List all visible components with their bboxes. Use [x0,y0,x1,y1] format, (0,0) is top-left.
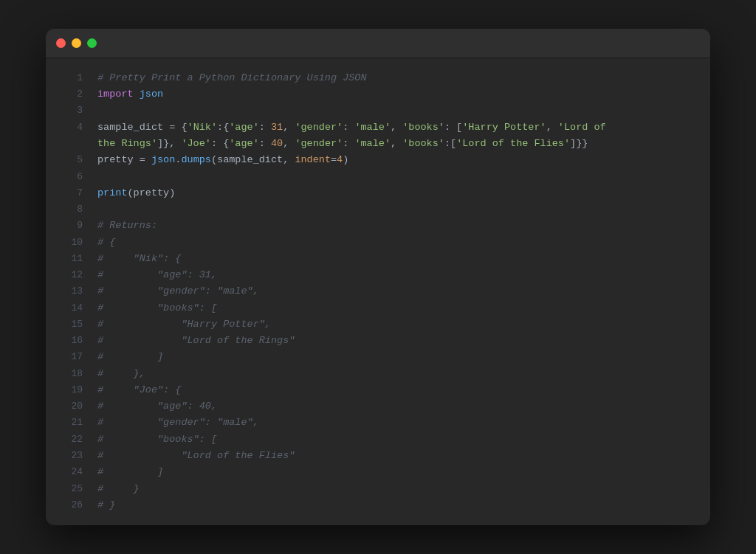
line-3-content [97,103,695,119]
close-button[interactable] [56,38,66,48]
line-23: 23 # "Lord of the Flies" [46,448,710,464]
line-19: 19 # "Joe": { [46,382,710,398]
line-24: 24 # ] [46,464,710,480]
line-17: 17 # ] [46,349,710,365]
line-2-content: import json [97,86,695,103]
line-3: 3 [46,103,710,119]
line-11: 11 # "Nik": { [46,251,710,267]
line-6: 6 [46,169,710,185]
line-13: 13 # "gender": "male", [46,283,710,299]
line-16: 16 # "Lord of the Rings" [46,333,710,349]
line-18: 18 # }, [46,366,710,382]
line-12: 12 # "age": 31, [46,267,710,283]
line-1: 1 # Pretty Print a Python Dictionary Usi… [46,70,710,86]
line-10: 10 # { [46,235,710,251]
line-14: 14 # "books": [ [46,300,710,316]
line-21: 21 # "gender": "male", [46,415,710,431]
line-7: 7 print(pretty) [46,185,710,201]
line-9: 9 # Returns: [46,218,710,234]
code-area: 1 # Pretty Print a Python Dictionary Usi… [46,58,710,525]
line-22: 22 # "books": [ [46,432,710,448]
line-26: 26 # } [46,497,710,513]
code-window: 1 # Pretty Print a Python Dictionary Usi… [46,29,710,525]
line-8: 8 [46,201,710,218]
line-4b: the Rings']}, 'Joe': {'age': 40, 'gender… [46,136,710,152]
line-20: 20 # "age": 40, [46,398,710,415]
line-2: 2 import json [46,86,710,103]
line-4-content: sample_dict = {'Nik':{'age': 31, 'gender… [97,120,695,136]
line-7-content: print(pretty) [97,185,695,201]
minimize-button[interactable] [72,38,81,48]
line-4: 4 sample_dict = {'Nik':{'age': 31, 'gend… [46,120,710,136]
line-4b-content: the Rings']}, 'Joe': {'age': 40, 'gender… [97,136,695,152]
titlebar [46,29,710,58]
line-25: 25 # } [46,481,710,497]
line-1-content: # Pretty Print a Python Dictionary Using… [97,70,695,86]
line-5-content: pretty = json.dumps(sample_dict, indent=… [97,152,695,168]
maximize-button[interactable] [87,38,97,48]
line-5: 5 pretty = json.dumps(sample_dict, inden… [46,152,710,168]
line-15: 15 # "Harry Potter", [46,316,710,333]
